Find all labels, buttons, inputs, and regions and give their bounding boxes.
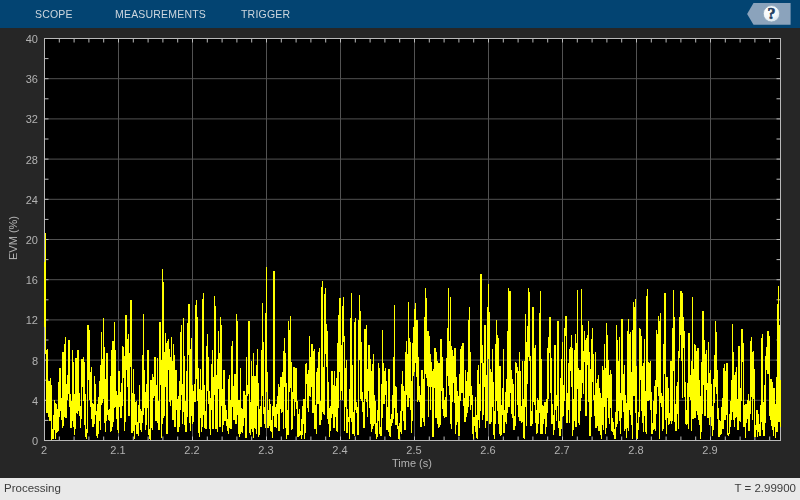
svg-text:?: ?	[768, 5, 776, 22]
